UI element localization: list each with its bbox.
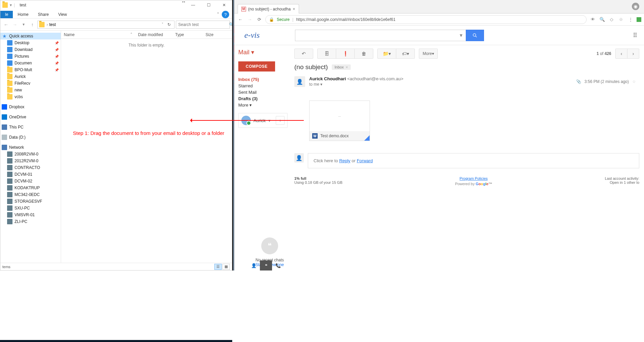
folder-inbox[interactable]: Inbox (75) (238, 76, 288, 83)
folders-more[interactable]: More ▾ (238, 102, 288, 108)
view-site-info-icon[interactable]: 👁 (589, 17, 596, 22)
search-input[interactable] (178, 22, 229, 27)
nav-downloads[interactable]: Download📌 (0, 46, 61, 53)
ribbon-tab-share[interactable]: Share (33, 11, 53, 18)
nav-desktop[interactable]: Desktop📌 (0, 39, 61, 46)
browser-tab[interactable]: (no subject) - achoudha × (238, 4, 299, 13)
nav-data-drive[interactable]: Data (D:) (0, 134, 61, 141)
back-to-inbox-button[interactable]: ↶ (294, 49, 313, 59)
folder-starred[interactable]: Starred (238, 83, 288, 89)
nav-up-button[interactable]: ↑ (29, 21, 36, 28)
tab-close-icon[interactable]: × (293, 6, 295, 11)
nav-network-pc[interactable]: 2008R2VM-0 (0, 151, 61, 158)
pager-prev-button[interactable]: ‹ (615, 49, 627, 59)
address-bar[interactable]: › test ˅ ↻ (37, 21, 175, 29)
bookmark-icon[interactable]: ☆ (618, 17, 624, 22)
address-dropdown-icon[interactable]: ˅ (160, 22, 165, 27)
zoom-icon[interactable]: 🔍 (599, 17, 606, 22)
delete-button[interactable]: 🗑 (354, 49, 373, 59)
col-name[interactable]: Name˄ (61, 31, 135, 38)
ribbon-tab-home[interactable]: Home (13, 11, 33, 18)
program-policies-link[interactable]: Program Policies (460, 176, 488, 180)
attachment-chip[interactable]: -- W Test demo.docx (309, 101, 370, 141)
close-button[interactable]: ✕ (216, 0, 232, 10)
gmail-logo[interactable]: e-vis (244, 31, 288, 40)
hangouts-contacts-tab[interactable]: 👤 (248, 260, 260, 270)
label-chip[interactable]: Inbox× (332, 64, 350, 70)
nav-pictures[interactable]: Pictures📌 (0, 53, 61, 60)
col-type[interactable]: Type (172, 31, 203, 38)
nav-network-pc[interactable]: 2012R2VM-0 (0, 158, 61, 164)
col-date[interactable]: Date modified (135, 31, 172, 38)
search-options-dropdown[interactable]: ▾ (456, 30, 466, 41)
report-spam-button[interactable]: ❗ (336, 49, 355, 59)
reply-link[interactable]: Reply (339, 158, 350, 163)
nav-recent-dropdown[interactable]: ▼ (20, 21, 27, 28)
browser-forward-button[interactable]: → (246, 17, 253, 22)
nav-this-pc[interactable]: This PC (0, 124, 61, 131)
nav-bpo[interactable]: BPO-Mult📌 (0, 66, 61, 73)
ribbon-tab-view[interactable]: View (53, 11, 72, 18)
nav-network-pc[interactable]: KODAKTRUP (0, 184, 61, 191)
nav-documents[interactable]: Documen📌 (0, 60, 61, 66)
minimize-button[interactable]: — (185, 0, 201, 10)
nav-forward-button[interactable]: → (11, 21, 19, 28)
pager-next-button[interactable]: › (627, 49, 639, 59)
nav-network-pc[interactable]: CONTRACTO (0, 164, 61, 171)
ribbon-collapse-icon[interactable]: ˅ (214, 11, 222, 18)
extension-icon[interactable] (637, 17, 641, 22)
qat-dropdown-icon[interactable]: ▾ (10, 3, 12, 7)
help-icon[interactable]: ? (222, 11, 229, 18)
nav-network-pc[interactable]: VMSVR-01 (0, 211, 61, 218)
ribbon-tab-file[interactable]: le (0, 11, 13, 18)
nav-recent-item[interactable]: Aurick (0, 73, 61, 80)
address-bar[interactable]: 🔒 Secure | https://mail.google.com/mail/… (265, 15, 587, 24)
recipient-line[interactable]: to me ▾ (309, 82, 572, 87)
explorer-titlebar[interactable]: ▾ | test ↔ — ☐ ✕ (0, 0, 232, 10)
compose-button[interactable]: COMPOSE (238, 61, 275, 72)
nav-onedrive[interactable]: OneDrive (0, 114, 61, 120)
google-apps-icon[interactable]: ⠿ (633, 32, 637, 39)
nav-quick-access[interactable]: ★Quick access (0, 33, 61, 39)
folder-sent[interactable]: Sent Mail (238, 89, 288, 95)
chrome-profile-avatar[interactable]: ◉ (632, 3, 639, 10)
nav-dropbox[interactable]: Dropbox (0, 104, 61, 110)
explorer-search-box[interactable]: 🔍 (176, 21, 230, 29)
nav-network-pc[interactable]: DCVM-01 (0, 171, 61, 178)
nav-network-pc[interactable]: MC342-0EDC (0, 191, 61, 198)
nav-network-pc[interactable]: ZLI-PC (0, 218, 61, 225)
hangouts-chat-tab[interactable]: ❝ (260, 260, 272, 270)
labels-button[interactable]: 🏷▾ (396, 49, 415, 59)
nav-network[interactable]: Network (0, 144, 61, 151)
reply-placeholder[interactable]: Click here to Reply or Forward (308, 153, 639, 168)
more-actions-button[interactable]: More ▾ (419, 49, 438, 59)
view-large-icons-button[interactable]: ▦ (222, 264, 230, 270)
move-to-button[interactable]: 📁▾ (377, 49, 396, 59)
nav-network-pc[interactable]: DCVM-02 (0, 178, 61, 184)
view-details-button[interactable]: ☰ (214, 264, 222, 270)
folder-drafts[interactable]: Drafts (3) (238, 95, 288, 102)
cast-icon[interactable]: ◇ (608, 17, 615, 22)
nav-back-button[interactable]: ← (2, 21, 10, 28)
chrome-menu-icon[interactable]: ⋮ (627, 17, 634, 22)
hangouts-phone-tab[interactable]: 📞 (272, 260, 284, 270)
address-refresh-icon[interactable]: ↻ (165, 22, 173, 27)
maximize-button[interactable]: ☐ (201, 0, 216, 10)
mail-dropdown[interactable]: Mail ▾ (238, 49, 288, 56)
nav-recent-item[interactable]: FileRecv (0, 80, 61, 87)
search-button[interactable] (466, 30, 484, 41)
nav-recent-item[interactable]: new (0, 87, 61, 93)
details-dropdown-icon[interactable]: ▾ (320, 82, 322, 87)
nav-network-pc[interactable]: SXU-PC (0, 205, 61, 211)
nav-network-pc[interactable]: STORAGESVF (0, 198, 61, 205)
nav-recent-item[interactable]: vcbs (0, 93, 61, 100)
remove-label-icon[interactable]: × (346, 65, 348, 69)
browser-back-button[interactable]: ← (237, 17, 244, 22)
star-button[interactable]: ☆ (632, 79, 636, 84)
col-size[interactable]: Size (203, 31, 223, 38)
forward-link[interactable]: Forward (357, 158, 373, 163)
archive-button[interactable]: 🗄 (317, 49, 336, 59)
gmail-search-input[interactable] (295, 30, 456, 41)
browser-reload-button[interactable]: ⟳ (256, 17, 263, 22)
breadcrumb-item[interactable]: test (48, 22, 57, 27)
